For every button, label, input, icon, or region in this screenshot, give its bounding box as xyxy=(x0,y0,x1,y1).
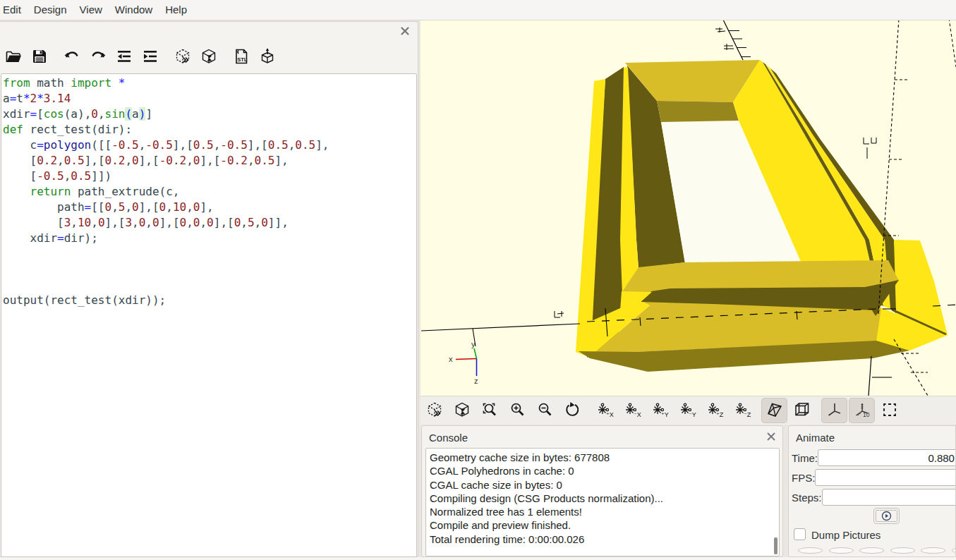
editor-close-button[interactable] xyxy=(399,26,411,37)
dump-pictures-checkbox[interactable] xyxy=(794,528,806,540)
code-line: c=polygon([[-0.5,-0.5],[0.5,-0.5],[0.5,0… xyxy=(3,138,416,153)
menu-design[interactable]: Design xyxy=(28,0,73,20)
vcr-button[interactable] xyxy=(859,547,884,554)
editor-toolbar: STL xyxy=(0,40,280,73)
export-3d-button[interactable] xyxy=(254,44,280,70)
reset-view-icon xyxy=(564,401,581,420)
menu-view[interactable]: View xyxy=(73,0,109,20)
svg-text:⁺Y: ⁺Y xyxy=(661,411,669,418)
vcr-button[interactable] xyxy=(829,547,854,554)
view-plus-x-button[interactable]: ⁺X xyxy=(591,398,617,423)
vcr-button[interactable] xyxy=(921,547,945,554)
3d-scene: xyz xyxy=(420,20,956,396)
svg-text:⁺Z: ⁺Z xyxy=(716,411,724,418)
preview-icon xyxy=(174,48,191,65)
view-minus-x-button[interactable]: ⁻X xyxy=(619,398,645,423)
zoom-in-button[interactable] xyxy=(504,398,530,423)
svg-text:10: 10 xyxy=(863,411,870,418)
viewport-toolbar: ⁺X⁻X⁺Y⁻Y⁺Z⁻Z10 xyxy=(420,396,956,425)
menu-help[interactable]: Help xyxy=(159,0,193,20)
indent-button[interactable] xyxy=(137,44,163,70)
svg-text:⁻X: ⁻X xyxy=(634,411,641,418)
reset-view-button[interactable] xyxy=(559,398,585,423)
code-line: from math import * xyxy=(3,75,416,91)
view-minus-y-icon: ⁻Y xyxy=(678,401,696,421)
animate-panel: Animate Time: FPS: Steps: Dump Pictures xyxy=(788,425,956,557)
export-stl-button[interactable]: STL xyxy=(228,44,254,70)
fps-label: FPS: xyxy=(792,472,815,484)
save-icon xyxy=(31,48,48,65)
code-line: xdir=dir); xyxy=(3,231,416,246)
steps-input[interactable] xyxy=(822,489,956,506)
view-plus-y-button[interactable]: ⁺Y xyxy=(646,398,672,423)
close-icon xyxy=(766,432,776,442)
view-plus-z-button[interactable]: ⁺Z xyxy=(701,398,727,423)
export-3d-icon xyxy=(259,48,276,65)
code-line: a=t*2*3.14 xyxy=(3,91,416,106)
undo-icon xyxy=(63,48,80,65)
render-button[interactable] xyxy=(449,398,475,423)
console-scrollbar[interactable] xyxy=(774,537,777,554)
axis-y-label: y xyxy=(471,340,476,348)
status-bar xyxy=(0,557,956,560)
svg-text:⁻Z: ⁻Z xyxy=(744,411,751,418)
view-all-button[interactable] xyxy=(876,398,902,423)
show-axes-button[interactable] xyxy=(821,398,847,423)
preview-button[interactable] xyxy=(169,44,195,70)
time-input[interactable] xyxy=(818,449,956,466)
save-button[interactable] xyxy=(26,44,52,70)
render-icon xyxy=(200,48,217,65)
viewport-3d[interactable]: xyz xyxy=(420,20,956,396)
code-line: path=[[0,5,0],[0,10,0], xyxy=(3,200,416,215)
zoom-out-button[interactable] xyxy=(531,398,557,423)
code-editor[interactable]: from math import *a=t*2*3.14xdir=[cos(a)… xyxy=(1,73,417,557)
export-stl-icon: STL xyxy=(233,48,250,65)
menu-edit[interactable]: Edit xyxy=(0,0,28,20)
zoom-in-icon xyxy=(509,401,526,420)
render-icon xyxy=(454,401,471,420)
vcr-button[interactable] xyxy=(890,547,915,554)
code-line xyxy=(3,277,416,293)
console-close-button[interactable] xyxy=(766,432,777,443)
vcr-button[interactable] xyxy=(798,547,823,554)
redo-icon xyxy=(90,48,107,65)
play-button[interactable] xyxy=(873,508,900,524)
redo-button[interactable] xyxy=(85,44,111,70)
open-button[interactable] xyxy=(0,44,26,70)
preview-button[interactable] xyxy=(421,398,447,423)
indent-icon xyxy=(142,48,159,65)
menu-bar: EditDesignViewWindowHelp xyxy=(0,0,956,20)
view-minus-z-icon: ⁻Z xyxy=(733,401,751,421)
svg-text:STL: STL xyxy=(237,56,248,63)
menu-window[interactable]: Window xyxy=(109,0,159,20)
axis-x-label: x xyxy=(449,355,453,363)
console-line: Compiling design (CSG Products normaliza… xyxy=(430,492,769,505)
view-plus-y-icon: ⁺Y xyxy=(651,401,669,421)
perspective-button[interactable] xyxy=(761,398,787,423)
editor-panel: STL from math import *a=t*2*3.14xdir=[co… xyxy=(0,21,418,557)
open-icon xyxy=(5,48,22,65)
zoom-all-icon xyxy=(481,401,498,420)
zoom-out-icon xyxy=(536,401,553,420)
view-minus-y-button[interactable]: ⁻Y xyxy=(674,398,700,423)
zoom-all-button[interactable] xyxy=(476,398,502,423)
code-line: def rect_test(dir): xyxy=(3,122,416,138)
show-scale-markers-button[interactable]: 10 xyxy=(849,398,875,423)
vcr-button[interactable] xyxy=(952,547,956,554)
console-title: Console xyxy=(429,432,468,444)
code-line: [0.2,0.5],[0.2,0],[-0.2,0],[-0.2,0.5], xyxy=(3,153,416,169)
code-line xyxy=(3,262,416,277)
view-minus-z-button[interactable]: ⁻Z xyxy=(729,398,755,423)
orthographic-button[interactable] xyxy=(789,398,815,423)
render-button[interactable] xyxy=(195,44,222,70)
undo-button[interactable] xyxy=(59,44,85,70)
time-label: Time: xyxy=(792,452,818,464)
view-all-icon xyxy=(881,401,898,420)
fps-input[interactable] xyxy=(815,469,956,486)
show-axes-icon xyxy=(826,401,843,420)
console-log[interactable]: Geometry cache size in bytes: 677808CGAL… xyxy=(425,448,780,556)
show-scale-markers-icon: 10 xyxy=(854,401,871,420)
view-plus-x-icon: ⁺X xyxy=(595,401,614,421)
console-line: Compile and preview finished. xyxy=(430,518,769,532)
unindent-button[interactable] xyxy=(111,44,137,70)
